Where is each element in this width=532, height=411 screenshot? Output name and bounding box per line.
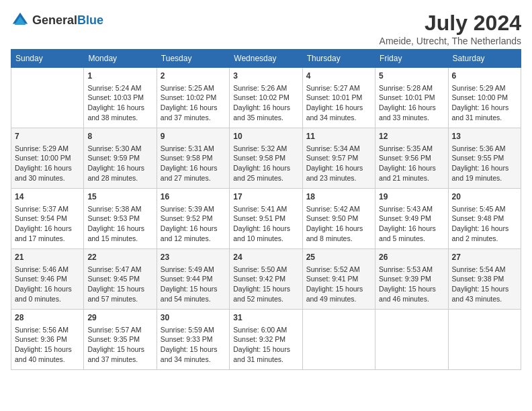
calendar-cell: 4Sunrise: 5:27 AM Sunset: 10:01 PM Dayli… — [302, 68, 375, 128]
day-number: 28 — [15, 312, 80, 324]
logo: GeneralBlue — [11, 11, 103, 30]
calendar-cell: 3Sunrise: 5:26 AM Sunset: 10:02 PM Dayli… — [230, 68, 302, 128]
day-number: 25 — [306, 252, 371, 263]
calendar-cell: 10Sunrise: 5:32 AM Sunset: 9:58 PM Dayli… — [230, 128, 302, 189]
day-number: 26 — [379, 252, 444, 263]
weekday-header-row: SundayMondayTuesdayWednesdayThursdayFrid… — [11, 50, 521, 68]
logo-general-text: General — [32, 13, 77, 27]
day-info: Sunrise: 5:49 AM Sunset: 9:44 PM Dayligh… — [161, 265, 226, 304]
day-number: 27 — [452, 252, 517, 263]
title-block: July 2024 Ameide, Utrecht, The Netherlan… — [380, 11, 521, 46]
calendar-cell: 7Sunrise: 5:29 AM Sunset: 10:00 PM Dayli… — [11, 128, 84, 189]
day-info: Sunrise: 5:34 AM Sunset: 9:57 PM Dayligh… — [306, 144, 371, 183]
calendar-cell — [448, 310, 521, 370]
day-info: Sunrise: 5:45 AM Sunset: 9:48 PM Dayligh… — [452, 204, 517, 244]
calendar-week-row: 7Sunrise: 5:29 AM Sunset: 10:00 PM Dayli… — [11, 128, 521, 189]
calendar-cell: 23Sunrise: 5:49 AM Sunset: 9:44 PM Dayli… — [157, 249, 229, 310]
day-info: Sunrise: 5:42 AM Sunset: 9:50 PM Dayligh… — [306, 204, 371, 244]
day-number: 10 — [233, 131, 298, 142]
day-number: 21 — [15, 252, 80, 263]
calendar-cell: 14Sunrise: 5:37 AM Sunset: 9:54 PM Dayli… — [11, 189, 84, 249]
day-number: 29 — [87, 312, 152, 324]
weekday-header-monday: Monday — [84, 50, 157, 68]
day-number: 9 — [161, 131, 226, 142]
day-info: Sunrise: 5:39 AM Sunset: 9:52 PM Dayligh… — [161, 204, 226, 244]
day-number: 19 — [379, 191, 444, 203]
calendar-cell: 11Sunrise: 5:34 AM Sunset: 9:57 PM Dayli… — [302, 128, 375, 189]
calendar-cell: 20Sunrise: 5:45 AM Sunset: 9:48 PM Dayli… — [448, 189, 521, 249]
calendar-cell: 12Sunrise: 5:35 AM Sunset: 9:56 PM Dayli… — [375, 128, 448, 189]
day-number: 24 — [233, 252, 298, 263]
calendar-week-row: 1Sunrise: 5:24 AM Sunset: 10:03 PM Dayli… — [11, 68, 521, 128]
calendar-cell: 9Sunrise: 5:31 AM Sunset: 9:58 PM Daylig… — [157, 128, 229, 189]
page-header: GeneralBlue July 2024 Ameide, Utrecht, T… — [11, 11, 521, 46]
day-info: Sunrise: 5:46 AM Sunset: 9:46 PM Dayligh… — [15, 265, 80, 304]
calendar-cell: 24Sunrise: 5:50 AM Sunset: 9:42 PM Dayli… — [230, 249, 302, 310]
calendar-cell: 17Sunrise: 5:41 AM Sunset: 9:51 PM Dayli… — [230, 189, 302, 249]
calendar-week-row: 28Sunrise: 5:56 AM Sunset: 9:36 PM Dayli… — [11, 310, 521, 370]
day-number: 11 — [306, 131, 371, 142]
day-info: Sunrise: 5:38 AM Sunset: 9:53 PM Dayligh… — [87, 204, 152, 244]
weekday-header-sunday: Sunday — [11, 50, 84, 68]
calendar-cell: 6Sunrise: 5:29 AM Sunset: 10:00 PM Dayli… — [448, 68, 521, 128]
day-info: Sunrise: 5:28 AM Sunset: 10:01 PM Daylig… — [379, 83, 444, 123]
day-info: Sunrise: 5:26 AM Sunset: 10:02 PM Daylig… — [233, 83, 298, 123]
calendar-cell: 18Sunrise: 5:42 AM Sunset: 9:50 PM Dayli… — [302, 189, 375, 249]
day-info: Sunrise: 5:36 AM Sunset: 9:55 PM Dayligh… — [452, 144, 517, 183]
day-number: 17 — [233, 191, 298, 203]
day-info: Sunrise: 5:37 AM Sunset: 9:54 PM Dayligh… — [15, 204, 80, 244]
day-info: Sunrise: 5:31 AM Sunset: 9:58 PM Dayligh… — [161, 144, 226, 183]
day-info: Sunrise: 5:30 AM Sunset: 9:59 PM Dayligh… — [87, 144, 152, 183]
calendar-cell: 29Sunrise: 5:57 AM Sunset: 9:35 PM Dayli… — [84, 310, 157, 370]
calendar-cell — [11, 68, 84, 128]
month-year-title: July 2024 — [380, 11, 521, 36]
day-number: 23 — [161, 252, 226, 263]
day-number: 8 — [87, 131, 152, 142]
day-info: Sunrise: 5:50 AM Sunset: 9:42 PM Dayligh… — [233, 265, 298, 304]
calendar-cell — [302, 310, 375, 370]
calendar-cell: 27Sunrise: 5:54 AM Sunset: 9:38 PM Dayli… — [448, 249, 521, 310]
day-info: Sunrise: 5:24 AM Sunset: 10:03 PM Daylig… — [87, 83, 152, 123]
calendar-cell: 31Sunrise: 6:00 AM Sunset: 9:32 PM Dayli… — [230, 310, 302, 370]
calendar-week-row: 21Sunrise: 5:46 AM Sunset: 9:46 PM Dayli… — [11, 249, 521, 310]
day-number: 12 — [379, 131, 444, 142]
day-info: Sunrise: 5:53 AM Sunset: 9:39 PM Dayligh… — [379, 265, 444, 304]
day-number: 3 — [233, 71, 298, 82]
day-info: Sunrise: 5:43 AM Sunset: 9:49 PM Dayligh… — [379, 204, 444, 244]
logo-blue-text: Blue — [77, 13, 103, 27]
calendar-cell: 30Sunrise: 5:59 AM Sunset: 9:33 PM Dayli… — [157, 310, 229, 370]
calendar-cell: 1Sunrise: 5:24 AM Sunset: 10:03 PM Dayli… — [84, 68, 157, 128]
day-number: 31 — [233, 312, 298, 324]
day-number: 30 — [161, 312, 226, 324]
calendar-cell — [375, 310, 448, 370]
location-subtitle: Ameide, Utrecht, The Netherlands — [380, 36, 521, 46]
weekday-header-saturday: Saturday — [448, 50, 521, 68]
calendar-cell: 13Sunrise: 5:36 AM Sunset: 9:55 PM Dayli… — [448, 128, 521, 189]
day-number: 22 — [87, 252, 152, 263]
day-info: Sunrise: 5:41 AM Sunset: 9:51 PM Dayligh… — [233, 204, 298, 244]
calendar-cell: 26Sunrise: 5:53 AM Sunset: 9:39 PM Dayli… — [375, 249, 448, 310]
day-number: 13 — [452, 131, 517, 142]
day-info: Sunrise: 5:52 AM Sunset: 9:41 PM Dayligh… — [306, 265, 371, 304]
weekday-header-tuesday: Tuesday — [157, 50, 229, 68]
day-number: 2 — [161, 71, 226, 82]
day-number: 15 — [87, 191, 152, 203]
day-info: Sunrise: 5:29 AM Sunset: 10:00 PM Daylig… — [452, 83, 517, 123]
day-number: 6 — [452, 71, 517, 82]
weekday-header-friday: Friday — [375, 50, 448, 68]
day-info: Sunrise: 6:00 AM Sunset: 9:32 PM Dayligh… — [233, 325, 298, 365]
day-info: Sunrise: 5:59 AM Sunset: 9:33 PM Dayligh… — [161, 325, 226, 365]
day-number: 4 — [306, 71, 371, 82]
calendar-cell: 25Sunrise: 5:52 AM Sunset: 9:41 PM Dayli… — [302, 249, 375, 310]
day-info: Sunrise: 5:29 AM Sunset: 10:00 PM Daylig… — [15, 144, 80, 183]
day-info: Sunrise: 5:54 AM Sunset: 9:38 PM Dayligh… — [452, 265, 517, 304]
calendar-cell: 5Sunrise: 5:28 AM Sunset: 10:01 PM Dayli… — [375, 68, 448, 128]
calendar-cell: 28Sunrise: 5:56 AM Sunset: 9:36 PM Dayli… — [11, 310, 84, 370]
day-info: Sunrise: 5:47 AM Sunset: 9:45 PM Dayligh… — [87, 265, 152, 304]
calendar-cell: 2Sunrise: 5:25 AM Sunset: 10:02 PM Dayli… — [157, 68, 229, 128]
logo-icon — [11, 11, 30, 30]
calendar-cell: 8Sunrise: 5:30 AM Sunset: 9:59 PM Daylig… — [84, 128, 157, 189]
day-info: Sunrise: 5:35 AM Sunset: 9:56 PM Dayligh… — [379, 144, 444, 183]
day-number: 20 — [452, 191, 517, 203]
calendar-cell: 15Sunrise: 5:38 AM Sunset: 9:53 PM Dayli… — [84, 189, 157, 249]
